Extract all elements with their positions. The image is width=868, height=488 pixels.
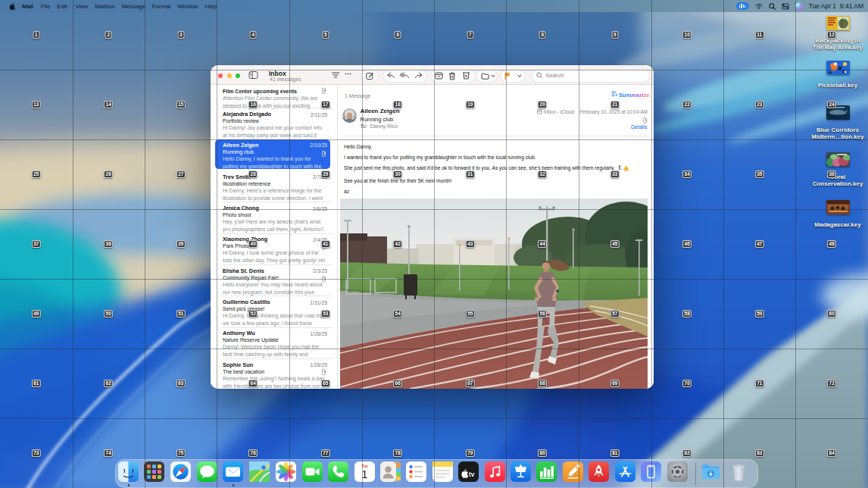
svg-text:1: 1 xyxy=(362,468,368,480)
svg-text:tv: tv xyxy=(469,470,475,477)
